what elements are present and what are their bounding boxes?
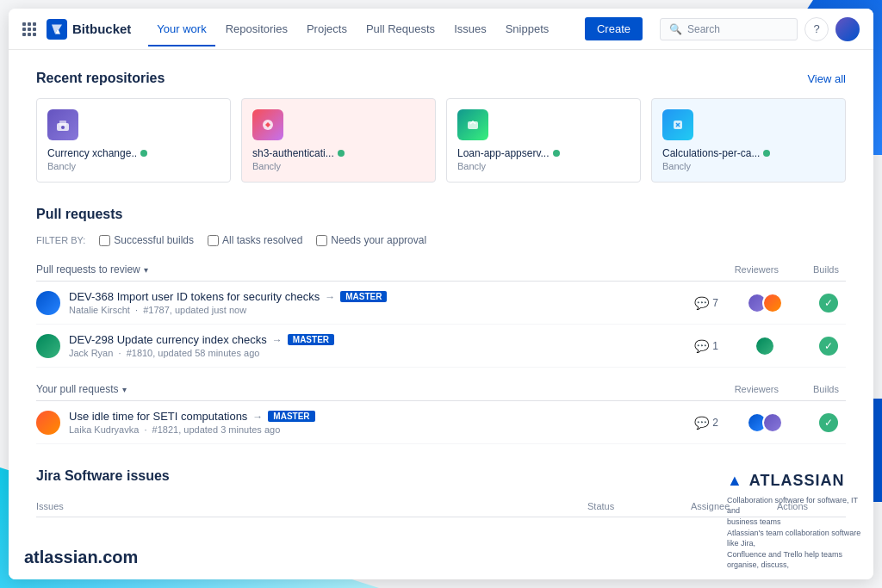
nav-your-work[interactable]: Your work — [148, 17, 214, 40]
search-box[interactable]: 🔍 Search — [660, 18, 798, 40]
pr-meta-seti: Laika Kudryavka · #1821, updated 3 minut… — [69, 424, 686, 435]
pr-row-seti: Use idle time for SETI computations → MA… — [36, 401, 846, 444]
pull-requests-header: Pull requests — [36, 207, 846, 222]
pr-filters: FILTER BY: Successful builds All tasks r… — [36, 234, 846, 246]
repo-card-currency[interactable]: Currency xchange.. Bancly — [36, 98, 231, 183]
build-success-dev368: ✓ — [819, 294, 838, 313]
bitbucket-logo-icon — [47, 19, 67, 40]
filter-all-tasks-checkbox[interactable] — [208, 235, 219, 246]
svg-point-2 — [61, 126, 65, 129]
bitbucket-logo[interactable]: Bitbucket — [47, 19, 131, 40]
your-prs-col-headers: Reviewers Builds — [735, 384, 846, 394]
repo-name-sh3: sh3-authenticati... — [252, 147, 334, 159]
navbar-right: 🔍 Search ? — [660, 17, 860, 41]
svg-rect-4 — [468, 121, 478, 129]
repo-card-sh3[interactable]: sh3-authenticati... Bancly — [241, 98, 436, 183]
jira-header: Jira Software issues — [36, 468, 846, 484]
pr-avatar-dev368 — [36, 291, 60, 315]
repo-cards-grid: Currency xchange.. Bancly sh3-authenti — [36, 98, 846, 183]
your-prs-col-reviewers: Reviewers — [735, 384, 779, 394]
repo-workspace-currency: Bancly — [47, 161, 220, 171]
filter-by-label: FILTER BY: — [36, 235, 85, 245]
pr-avatar-dev298 — [36, 334, 60, 358]
repo-status-calc — [763, 150, 770, 157]
repo-status-currency — [140, 150, 147, 157]
main-nav: Your work Repositories Projects Pull Req… — [148, 17, 581, 40]
pr-actions-seti: 💬 2 ✓ — [694, 412, 846, 433]
filter-needs-approval[interactable]: Needs your approval — [316, 234, 426, 246]
help-button[interactable]: ? — [804, 17, 829, 41]
pr-to-review-label[interactable]: Pull requests to review — [36, 263, 148, 275]
repo-card-calc[interactable]: Calculations-per-ca... Bancly — [651, 98, 846, 183]
filter-successful-builds[interactable]: Successful builds — [99, 234, 194, 246]
atlassian-description: Collaboration software for software, IT … — [727, 495, 865, 571]
pr-title-dev298[interactable]: DEV-298 Update currency index checks — [69, 333, 267, 346]
pull-requests-section: Pull requests FILTER BY: Successful buil… — [36, 207, 846, 444]
navbar: Bitbucket Your work Repositories Project… — [9, 9, 873, 50]
pr-build-dev368: ✓ — [811, 294, 846, 313]
atlassian-url: atlassian.com — [24, 548, 138, 567]
filter-all-tasks[interactable]: All tasks resolved — [208, 234, 302, 246]
reviewer-avatar-2 — [762, 293, 783, 313]
jira-col-status-header: Status — [587, 501, 691, 511]
pr-reviewers-dev298 — [739, 336, 791, 356]
recent-repos-title: Recent repositories — [36, 71, 165, 86]
nav-repositories[interactable]: Repositories — [217, 17, 296, 40]
pr-comments-dev298[interactable]: 💬 1 — [694, 339, 718, 353]
reviewer-avatar-3 — [755, 336, 775, 356]
col-builds-label: Builds — [813, 264, 839, 275]
your-prs-label[interactable]: Your pull requests — [36, 383, 127, 395]
pr-to-review-col-headers: Reviewers Builds — [735, 264, 846, 275]
col-reviewers-label: Reviewers — [735, 264, 779, 275]
pr-row-dev298: DEV-298 Update currency index checks → M… — [36, 325, 846, 368]
pr-build-dev298: ✓ — [811, 337, 846, 356]
jira-section: Jira Software issues Issues Status Assig… — [36, 468, 846, 517]
pr-branch-seti: MASTER — [268, 411, 314, 422]
repo-icon-loan — [457, 109, 488, 140]
pr-title-seti[interactable]: Use idle time for SETI computations — [69, 410, 247, 423]
pr-comments-dev368[interactable]: 💬 7 — [694, 296, 718, 310]
user-avatar[interactable] — [835, 17, 860, 41]
repo-name-loan: Loan-app-appserv... — [457, 147, 550, 159]
repo-icon-sh3 — [252, 109, 283, 140]
repo-icon-calc — [662, 109, 693, 140]
your-prs-header: Your pull requests Reviewers Builds — [36, 378, 846, 401]
recent-repos-section: Recent repositories View all Currency xc… — [36, 71, 846, 183]
pr-avatar-seti — [36, 411, 60, 435]
bottom-left-branding: atlassian.com — [24, 548, 138, 567]
pr-title-dev368[interactable]: DEV-368 Import user ID tokens for securi… — [69, 290, 320, 303]
repo-card-loan[interactable]: Loan-app-appserv... Bancly — [446, 98, 641, 183]
nav-pull-requests[interactable]: Pull Requests — [357, 17, 444, 40]
pr-actions-dev298: 💬 1 ✓ — [694, 336, 846, 356]
pr-comments-seti[interactable]: 💬 2 — [694, 416, 718, 430]
repo-name-currency: Currency xchange.. — [47, 147, 137, 159]
repo-icon-currency — [47, 109, 78, 140]
filter-needs-approval-checkbox[interactable] — [316, 235, 327, 246]
repo-name-calc: Calculations-per-ca... — [662, 147, 760, 159]
pr-arrow-seti: → — [252, 411, 263, 423]
pr-reviewers-dev368 — [739, 293, 791, 313]
atlassian-logo-icon: ▲ — [727, 472, 742, 490]
atlassian-logo: ▲ ATLASSIAN — [727, 472, 865, 490]
view-all-repos-link[interactable]: View all — [807, 72, 846, 85]
pr-meta-dev298: Jack Ryan · #1810, updated 58 minutes ag… — [69, 348, 686, 358]
comment-icon-dev368: 💬 — [694, 296, 709, 310]
nav-projects[interactable]: Projects — [298, 17, 356, 40]
pr-to-review-header: Pull requests to review Reviewers Builds — [36, 258, 846, 282]
build-success-seti: ✓ — [819, 413, 838, 432]
nav-snippets[interactable]: Snippets — [497, 17, 558, 40]
grid-menu-icon[interactable] — [22, 22, 36, 36]
bitbucket-logo-text: Bitbucket — [72, 22, 131, 36]
pr-arrow-dev298: → — [272, 334, 283, 346]
atlassian-logo-name: ATLASSIAN — [749, 472, 845, 490]
repo-workspace-sh3: Bancly — [252, 161, 425, 171]
pr-reviewers-seti — [739, 412, 791, 433]
filter-successful-builds-checkbox[interactable] — [99, 235, 110, 246]
recent-repos-header: Recent repositories View all — [36, 71, 846, 86]
nav-issues[interactable]: Issues — [445, 17, 495, 40]
create-button[interactable]: Create — [585, 17, 643, 40]
comment-icon-seti: 💬 — [694, 416, 709, 430]
svg-rect-1 — [59, 121, 66, 126]
repo-status-loan — [553, 150, 560, 157]
pr-info-dev368: DEV-368 Import user ID tokens for securi… — [69, 290, 686, 315]
